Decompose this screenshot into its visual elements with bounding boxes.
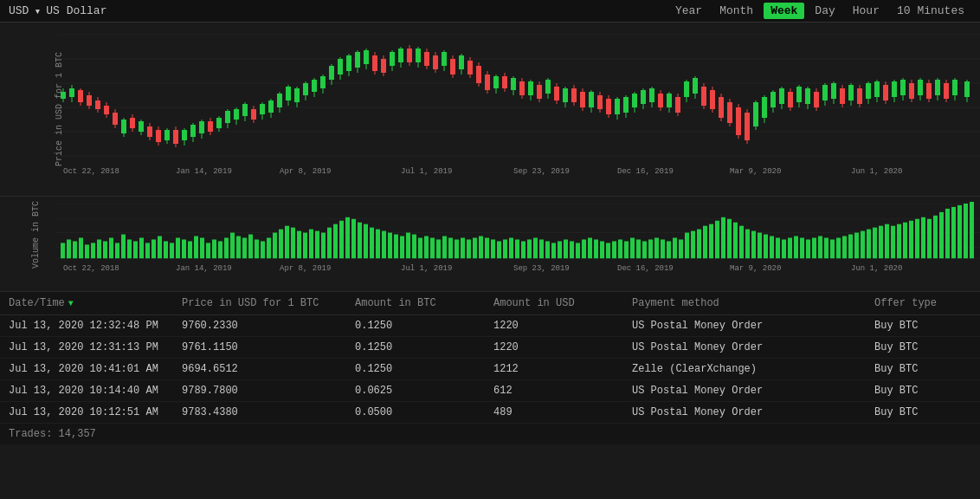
col-amount-btc: Amount in BTC xyxy=(355,297,493,309)
svg-rect-159 xyxy=(693,78,698,94)
svg-rect-242 xyxy=(73,241,77,258)
app-header: USD ▾ US Dollar Year Month Week Day Hour… xyxy=(0,0,980,23)
candlestick-svg: 15000.0000 12500.0000 10000.0000 7500.00… xyxy=(56,26,980,178)
time-btn-hour[interactable]: Hour xyxy=(846,3,887,19)
svg-rect-292 xyxy=(376,230,380,259)
svg-rect-65 xyxy=(286,87,291,100)
svg-rect-217 xyxy=(944,83,949,99)
svg-rect-79 xyxy=(346,55,351,71)
svg-rect-246 xyxy=(97,239,101,258)
svg-rect-319 xyxy=(539,239,544,258)
candlestick-y-label: Price in USD for 1 BTC xyxy=(55,52,64,166)
svg-rect-321 xyxy=(551,243,556,258)
svg-rect-386 xyxy=(945,209,950,258)
svg-rect-149 xyxy=(649,88,654,102)
svg-rect-63 xyxy=(277,94,282,107)
table-header: Date/Time ▼ Price in USD for 1 BTC Amoun… xyxy=(0,292,980,315)
svg-rect-368 xyxy=(836,237,841,258)
svg-rect-344 xyxy=(691,231,695,259)
table-row: Jul 13, 2020 12:32:48 PM 9760.2330 0.125… xyxy=(0,315,980,337)
svg-rect-366 xyxy=(824,237,828,258)
svg-rect-177 xyxy=(770,92,776,107)
col-datetime[interactable]: Date/Time ▼ xyxy=(9,297,182,309)
cell-amount-usd: 1220 xyxy=(493,320,632,332)
svg-rect-323 xyxy=(564,239,568,258)
cell-offer-type: Buy BTC xyxy=(874,406,971,418)
svg-text:Dec 16, 2019: Dec 16, 2019 xyxy=(617,167,674,176)
svg-rect-117 xyxy=(511,78,516,90)
svg-rect-281 xyxy=(309,230,313,259)
svg-rect-356 xyxy=(764,235,768,259)
time-btn-10min[interactable]: 10 Minutes xyxy=(890,3,971,19)
svg-rect-41 xyxy=(182,130,187,140)
svg-rect-347 xyxy=(709,224,713,259)
svg-rect-81 xyxy=(355,52,360,68)
svg-rect-203 xyxy=(883,85,888,100)
svg-rect-328 xyxy=(594,239,598,258)
currency-code: USD xyxy=(9,4,29,17)
svg-rect-53 xyxy=(234,109,239,120)
svg-rect-273 xyxy=(261,241,265,258)
svg-rect-37 xyxy=(164,130,170,140)
svg-rect-378 xyxy=(897,224,901,259)
svg-rect-381 xyxy=(915,219,919,258)
cell-offer-type: Buy BTC xyxy=(874,341,971,353)
cell-offer-type: Buy BTC xyxy=(874,320,971,332)
svg-rect-254 xyxy=(145,243,150,258)
svg-rect-27 xyxy=(121,120,126,133)
cell-amount-usd: 1212 xyxy=(493,363,632,375)
svg-rect-125 xyxy=(545,80,551,94)
svg-rect-243 xyxy=(79,237,83,258)
svg-text:Jan 14, 2019: Jan 14, 2019 xyxy=(176,167,232,176)
svg-rect-259 xyxy=(176,237,180,258)
cell-datetime: Jul 13, 2020 12:31:13 PM xyxy=(9,341,182,353)
svg-rect-99 xyxy=(433,55,438,69)
svg-rect-107 xyxy=(467,61,473,75)
svg-rect-324 xyxy=(570,241,574,258)
time-btn-year[interactable]: Year xyxy=(668,3,709,19)
svg-rect-215 xyxy=(935,80,940,95)
svg-rect-289 xyxy=(358,223,362,259)
svg-rect-377 xyxy=(891,226,895,259)
time-btn-day[interactable]: Day xyxy=(808,3,841,19)
svg-rect-101 xyxy=(442,52,447,66)
svg-rect-280 xyxy=(303,233,307,259)
svg-rect-135 xyxy=(589,92,594,107)
svg-rect-173 xyxy=(753,102,758,126)
cell-price: 9789.7800 xyxy=(182,385,355,397)
svg-rect-87 xyxy=(381,59,386,73)
svg-rect-372 xyxy=(861,231,865,259)
time-btn-month[interactable]: Month xyxy=(712,3,760,19)
svg-text:Sep 23, 2019: Sep 23, 2019 xyxy=(513,264,570,273)
cell-amount-usd: 612 xyxy=(493,385,632,397)
svg-rect-83 xyxy=(364,50,369,64)
svg-rect-363 xyxy=(806,239,810,258)
svg-rect-279 xyxy=(297,231,301,259)
currency-selector[interactable]: USD ▾ US Dollar xyxy=(9,4,106,18)
svg-rect-240 xyxy=(61,243,65,258)
svg-rect-199 xyxy=(866,83,871,99)
svg-rect-201 xyxy=(874,81,880,97)
svg-rect-320 xyxy=(545,241,550,258)
svg-rect-291 xyxy=(370,228,374,259)
svg-rect-269 xyxy=(236,237,241,259)
svg-rect-109 xyxy=(476,66,481,83)
svg-rect-312 xyxy=(497,241,501,258)
svg-rect-379 xyxy=(903,223,907,259)
time-btn-week[interactable]: Week xyxy=(764,3,804,19)
svg-rect-119 xyxy=(519,81,525,95)
table-row: Jul 13, 2020 10:41:01 AM 9694.6512 0.125… xyxy=(0,359,980,380)
cell-amount-btc: 0.0625 xyxy=(355,385,493,397)
svg-rect-257 xyxy=(164,241,168,258)
svg-rect-297 xyxy=(406,233,410,259)
cell-price: 9761.1150 xyxy=(182,341,355,353)
svg-rect-219 xyxy=(952,80,957,95)
svg-rect-35 xyxy=(156,130,161,142)
svg-rect-354 xyxy=(751,231,756,259)
cell-offer-type: Buy BTC xyxy=(874,385,971,397)
svg-rect-253 xyxy=(139,237,144,258)
svg-rect-322 xyxy=(558,241,562,258)
svg-rect-103 xyxy=(450,59,455,75)
svg-rect-336 xyxy=(642,241,647,258)
cell-amount-usd: 1220 xyxy=(493,341,632,353)
